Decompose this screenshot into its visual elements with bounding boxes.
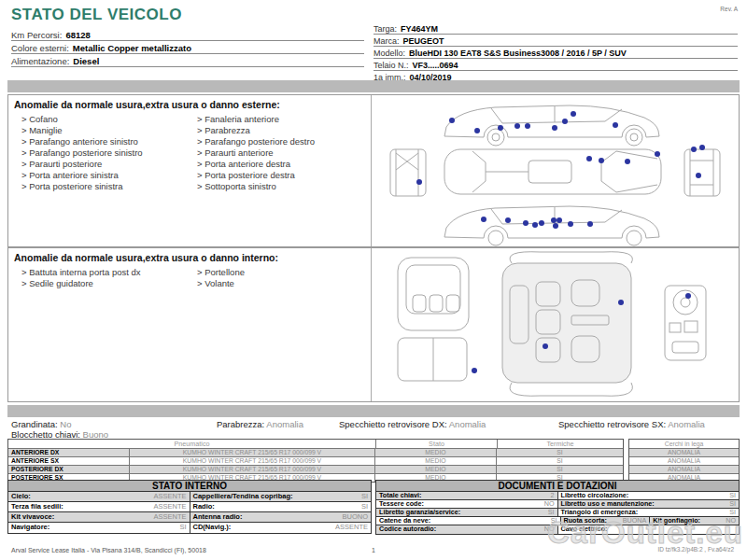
- summary-specchietto-dx: Specchietto retrovisore DX: Anomalia: [339, 419, 486, 429]
- tyre-table-cerchi: Cerchi in lega ANOMALIA ANOMALIA ANOMALI…: [628, 439, 740, 483]
- anomaly-item: Cofano: [14, 114, 190, 125]
- separator-band: [7, 405, 740, 417]
- anomaly-item: Parafango anteriore sinistro: [14, 136, 190, 147]
- anomaly-item: Parafango posteriore sinistro: [14, 147, 190, 159]
- tyre-row-anteriore-sx: ANTERIORE SX KUMHO WINTER CRAFT 215/65 R…: [8, 456, 623, 465]
- anomaly-item: Porta anteriore destra: [190, 159, 365, 170]
- anomaly-item: Porta posteriore sinistra: [14, 181, 190, 192]
- exterior-anomalies-title: Anomalie da normale usura,extra usura o …: [14, 99, 365, 110]
- anomaly-item: Parafango posteriore destro: [190, 136, 365, 147]
- revision-label: Rev. A: [720, 6, 738, 12]
- exterior-anomalies-panel: Anomalie da normale usura,extra usura o …: [7, 94, 740, 247]
- tyre-row-anteriore-dx: ANTERIORE DX KUMHO WINTER CRAFT 215/65 R…: [8, 448, 623, 456]
- vehicle-fields-right: Targa: FY464YM Marca: PEUGEOT Modello: B…: [374, 22, 738, 83]
- tyre-row-posteriore-dx: POSTERIORE DX KUMHO WINTER CRAFT 215/65 …: [8, 465, 623, 473]
- col-stato: Stato: [376, 440, 498, 448]
- table-row: Navigatore:SI CD(Navig.):ASSENTE: [8, 523, 371, 533]
- anomaly-item: Paraurti anteriore: [190, 147, 365, 159]
- interior-damage-diagram: [372, 248, 739, 401]
- anomaly-item: Fanaleria anteriore: [190, 114, 365, 125]
- table-row: Cielo:ASSENTE Cappelliera/Tendina coprib…: [8, 492, 371, 502]
- col-cerchi-in-lega: Cerchi in lega: [629, 440, 739, 448]
- field-colore: Colore esterni: Metallic Copper metalliz…: [11, 41, 364, 54]
- car-interior-diagram: [372, 248, 739, 401]
- interior-anomalies-list: Anomalie da normale usura,extra usura o …: [8, 248, 372, 401]
- anomaly-item: Sottoporta sinistro: [190, 181, 365, 192]
- field-marca: Marca: PEUGEOT: [374, 35, 738, 47]
- anomaly-item: Porta anteriore sinistra: [14, 170, 190, 181]
- tyre-table-header: Pneumatico Stato Termiche: [8, 440, 623, 448]
- exterior-anomalies-list: Anomalie da normale usura,extra usura o …: [8, 95, 372, 246]
- table-row: Tessere code:NO Libretto uso e manutenzi…: [376, 500, 739, 509]
- table-row: Kit vivavoce:ASSENTE Antenna radio:BUONO: [8, 512, 371, 523]
- page-number: 1: [0, 547, 747, 553]
- anomaly-item: Battuta interna porta post dx: [14, 267, 190, 278]
- summary-parabrezza: Parabrezza: Anomalia: [217, 419, 303, 429]
- col-termiche: Termiche: [498, 440, 623, 448]
- anomaly-item: Volante: [190, 278, 365, 289]
- stato-interno-title: STATO INTERNO: [8, 481, 371, 492]
- anomaly-item: Sedile guidatore: [14, 278, 190, 289]
- col-pneumatico: Pneumatico: [8, 440, 376, 448]
- summary-grandinata: Grandinata: No: [11, 419, 71, 429]
- car-exterior-diagram: [372, 95, 739, 246]
- field-modello: Modello: BlueHDI 130 EAT8 S&S Business30…: [374, 47, 738, 59]
- table-row: Totale chiavi:2 Libretto circolazione:SI: [376, 492, 739, 500]
- tyre-table-main: Pneumatico Stato Termiche ANTERIORE DX K…: [7, 439, 624, 483]
- cerchi-cell: ANOMALIA: [629, 448, 739, 456]
- vehicle-condition-report: STATO DEL VEICOLO Rev. A Km Percorsi: 68…: [0, 0, 747, 560]
- documenti-dotazioni-title: DOCUMENTI E DOTAZIONI: [376, 481, 739, 492]
- damage-dot-group: [416, 111, 705, 229]
- summary-specchietto-sx: Specchietto retrovisore SX: Anomalia: [558, 419, 705, 429]
- page-title: STATO DEL VEICOLO: [11, 6, 182, 24]
- cerchi-cell: ANOMALIA: [629, 465, 739, 473]
- field-targa: Targa: FY464YM: [374, 22, 738, 35]
- table-row: Terza fila sedili:ASSENTE Radio:SI: [8, 502, 371, 512]
- cerchi-cell: ANOMALIA: [629, 456, 739, 465]
- vehicle-fields-left: Km Percorsi: 68128 Colore esterni: Metal…: [11, 28, 364, 67]
- document-id: ID tz/fk3.2/p4B:2 , Fv.a64/z2: [657, 546, 734, 553]
- tyre-table: Pneumatico Stato Termiche ANTERIORE DX K…: [7, 439, 740, 483]
- exterior-damage-diagram: [372, 95, 739, 246]
- anomaly-item: Maniglie: [14, 125, 190, 136]
- field-km: Km Percorsi: 68128: [11, 28, 364, 41]
- field-alimentazione: Alimentazione: Diesel: [11, 54, 364, 67]
- field-telaio: Telaio N.: VF3.....0694: [374, 59, 738, 71]
- anomaly-item: Paraurti posteriore: [14, 159, 190, 170]
- anomaly-item: Porta posteriore destra: [190, 170, 365, 181]
- anomaly-item: Parabrezza: [190, 125, 365, 136]
- interior-anomalies-title: Anomalie da normale usura,extra usura o …: [14, 252, 365, 263]
- anomaly-item: Portellone: [190, 267, 365, 278]
- stato-interno-table: STATO INTERNO Cielo:ASSENTE Cappelliera/…: [7, 480, 372, 534]
- separator-band: [7, 80, 740, 92]
- interior-anomalies-panel: Anomalie da normale usura,extra usura o …: [7, 247, 740, 402]
